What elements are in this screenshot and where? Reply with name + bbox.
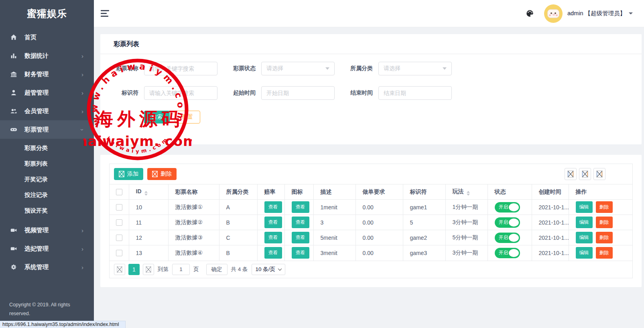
status-toggle[interactable]: 开启 bbox=[495, 233, 520, 243]
cell-identifier: game3 bbox=[403, 245, 445, 261]
edit-button[interactable]: 编辑 bbox=[576, 232, 593, 243]
col-id: ID bbox=[136, 188, 142, 194]
row-delete-button[interactable]: 删除 bbox=[596, 217, 613, 228]
status-toggle[interactable]: 开启 bbox=[495, 202, 520, 213]
sidebar-item-stats[interactable]: 数据统计 › bbox=[0, 47, 94, 65]
next-page-button[interactable] bbox=[143, 264, 154, 275]
end-time-label: 结束时间 bbox=[348, 89, 373, 97]
lottery-submenu: 彩票分类 彩票列表 开奖记录 投注记录 预设开奖 bbox=[0, 139, 94, 221]
sidebar-item-preset-draw[interactable]: 预设开奖 bbox=[0, 203, 94, 219]
home-icon bbox=[10, 34, 18, 41]
broken-image-icon bbox=[152, 171, 158, 177]
user-dropdown[interactable]: admin 【超级管理员】 bbox=[567, 10, 633, 17]
user-avatar[interactable] bbox=[544, 4, 563, 23]
col-icon: 图标 bbox=[292, 188, 303, 195]
toggle-label: 开启 bbox=[499, 204, 509, 211]
toggle-label: 开启 bbox=[499, 234, 509, 241]
app-logo: 蜜獾娱乐 bbox=[0, 0, 94, 27]
row-checkbox[interactable] bbox=[116, 204, 122, 211]
goto-label: 到第 bbox=[158, 266, 169, 273]
sidebar-item-draw-records[interactable]: 开奖记录 bbox=[0, 172, 94, 187]
page-content: 彩票列表 彩票名称 彩票状态 请选择 bbox=[94, 27, 644, 328]
view-icon-button[interactable]: 查看 bbox=[292, 232, 309, 243]
end-date-input[interactable] bbox=[378, 86, 452, 100]
goto-page-input[interactable] bbox=[172, 264, 190, 275]
identifier-input[interactable] bbox=[144, 86, 217, 100]
sidebar-item-bet-records[interactable]: 投注记录 bbox=[0, 187, 94, 203]
search-button[interactable]: 检索 bbox=[144, 111, 170, 124]
caret-down-icon bbox=[443, 67, 447, 70]
sidebar-item-members[interactable]: 会员管理 › bbox=[0, 102, 94, 120]
row-delete-button[interactable]: 删除 bbox=[596, 247, 613, 259]
view-odds-button[interactable]: 查看 bbox=[264, 247, 282, 259]
table-card: 添加 删除 bbox=[100, 155, 642, 287]
cell-id: 10 bbox=[129, 200, 168, 215]
sub-item-label: 投注记录 bbox=[24, 191, 48, 199]
table-panel: 添加 删除 bbox=[109, 164, 633, 278]
chevron-right-icon: › bbox=[81, 53, 83, 59]
sidebar-collapse-button[interactable] bbox=[101, 10, 110, 17]
row-checkbox[interactable] bbox=[116, 250, 122, 256]
prev-page-button[interactable] bbox=[114, 264, 125, 275]
cell-play: 5分钟一期 bbox=[445, 230, 488, 245]
sidebar-item-lottery-list[interactable]: 彩票列表 bbox=[0, 156, 94, 172]
lottery-status-label: 彩票状态 bbox=[231, 65, 256, 72]
cell-category: B bbox=[219, 215, 257, 230]
table-tool-button-2[interactable] bbox=[579, 168, 591, 180]
category-select[interactable]: 请选择 bbox=[378, 62, 452, 75]
view-icon-button[interactable]: 查看 bbox=[292, 201, 309, 213]
users-icon bbox=[10, 107, 18, 115]
sidebar-item-home[interactable]: 首页 bbox=[0, 28, 94, 47]
sidebar-item-label: 彩票管理 bbox=[24, 126, 81, 134]
sidebar-item-label: 首页 bbox=[24, 34, 83, 41]
cell-order-req: 0.00 bbox=[356, 200, 403, 215]
sidebar-item-label: 视频管理 bbox=[24, 227, 81, 234]
sidebar-item-superadmin[interactable]: 超管管理 › bbox=[0, 83, 94, 102]
delete-button[interactable]: 删除 bbox=[147, 168, 177, 180]
edit-button[interactable]: 编辑 bbox=[576, 217, 593, 228]
table-tool-button-3[interactable] bbox=[593, 168, 605, 180]
sidebar-item-system[interactable]: 系统管理 › bbox=[0, 258, 94, 276]
delete-button-label: 删除 bbox=[160, 170, 172, 178]
add-button[interactable]: 添加 bbox=[114, 168, 143, 180]
lottery-status-select[interactable]: 请选择 bbox=[261, 62, 335, 75]
sort-icon[interactable] bbox=[467, 191, 470, 196]
select-all-checkbox[interactable] bbox=[116, 189, 122, 195]
status-toggle[interactable]: 开启 bbox=[495, 217, 520, 228]
sort-icon[interactable] bbox=[144, 191, 148, 196]
view-icon-button[interactable]: 查看 bbox=[292, 247, 309, 259]
sidebar-item-video[interactable]: 视频管理 › bbox=[0, 221, 94, 239]
view-odds-button[interactable]: 查看 bbox=[264, 217, 282, 228]
col-play: 玩法 bbox=[453, 188, 464, 194]
view-odds-button[interactable]: 查看 bbox=[264, 232, 282, 243]
sidebar-item-concubine[interactable]: 选妃管理 › bbox=[0, 239, 94, 258]
col-actions: 操作 bbox=[576, 188, 587, 195]
toggle-knob bbox=[509, 219, 519, 227]
start-date-input[interactable] bbox=[261, 86, 335, 100]
status-toggle[interactable]: 开启 bbox=[495, 248, 520, 258]
row-delete-button[interactable]: 删除 bbox=[596, 232, 613, 243]
edit-button[interactable]: 编辑 bbox=[576, 201, 593, 213]
view-icon-button[interactable]: 查看 bbox=[292, 217, 309, 228]
page-title: 彩票列表 bbox=[114, 40, 139, 47]
broken-image-icon bbox=[146, 266, 151, 273]
chevron-right-icon: › bbox=[81, 71, 83, 78]
edit-button[interactable]: 编辑 bbox=[576, 247, 593, 259]
sidebar-item-lottery-category[interactable]: 彩票分类 bbox=[0, 140, 94, 156]
view-odds-button[interactable]: 查看 bbox=[264, 201, 282, 213]
sidebar-item-lottery[interactable]: 彩票管理 › bbox=[0, 120, 94, 139]
lottery-name-input[interactable] bbox=[144, 62, 217, 75]
reset-button[interactable]: 重置 bbox=[175, 111, 200, 124]
row-delete-button[interactable]: 删除 bbox=[596, 201, 613, 213]
sidebar-item-finance[interactable]: 财务管理 › bbox=[0, 65, 94, 83]
row-checkbox[interactable] bbox=[116, 235, 122, 241]
page-number-active[interactable]: 1 bbox=[128, 264, 140, 275]
row-checkbox[interactable] bbox=[116, 219, 122, 226]
theme-palette-icon[interactable] bbox=[526, 10, 534, 17]
cell-order-req: 0.00 bbox=[356, 245, 403, 261]
table-tool-button-1[interactable] bbox=[565, 168, 577, 180]
top-header: admin 【超级管理员】 bbox=[94, 0, 644, 27]
goto-confirm-button[interactable]: 确定 bbox=[206, 264, 228, 275]
page-size-select[interactable]: 10 条/页 bbox=[252, 264, 286, 275]
cell-desc: 1menit bbox=[313, 200, 356, 215]
